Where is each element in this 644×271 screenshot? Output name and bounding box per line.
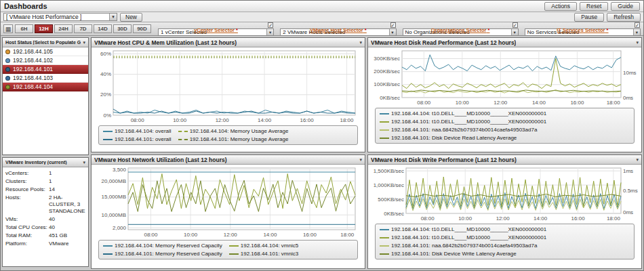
page-title: Dashboards — [4, 2, 47, 10]
refresh-button[interactable]: Refresh — [607, 13, 641, 22]
chevron-down-icon[interactable]: ▾ — [633, 29, 640, 35]
host-ip: 192.168.44.104 — [13, 83, 53, 90]
chart-title: VMware Host Network Utilization (Last 12… — [94, 157, 227, 163]
host-row[interactable]: 192.168.44.102 — [3, 56, 88, 65]
svg-text:200KB/sec: 200KB/sec — [374, 68, 400, 75]
dashboard-select-value: [ VMware Host Performance ] — [4, 14, 81, 20]
selector-label-link[interactable]: vCenter Selector * — [194, 27, 238, 33]
actions-button[interactable]: Actions — [544, 2, 577, 11]
reset-button[interactable]: Reset — [580, 2, 608, 11]
svg-text:40%: 40% — [100, 71, 111, 77]
svg-text:12:00: 12:00 — [496, 215, 510, 222]
required-asterisk: * — [235, 27, 238, 33]
chart-title: VMware Host Disk Read Performance (Last … — [371, 39, 516, 46]
inventory-value: 1 — [49, 170, 85, 177]
svg-text:16:00: 16:00 — [571, 215, 586, 222]
selector-label-link[interactable]: Organizations Selector * — [431, 27, 490, 33]
disk-read-chart: 08:0010:0012:0014:0016:0018:00300KB/sec2… — [369, 49, 640, 106]
cpu-mem-chart-panel: VMware Host CPU & Mem Utilization (Last … — [91, 37, 365, 152]
legend-label: 192.168.44.101: Disk Device Write Latenc… — [391, 250, 517, 257]
inventory-label: Platform: — [5, 241, 49, 247]
status-icon — [5, 67, 10, 72]
legend-item: 192.168.44.101: naa.6842b2b079374b0014ca… — [380, 242, 537, 249]
chevron-down-icon[interactable]: ▾ — [634, 40, 639, 45]
inventory-value: 1 — [49, 178, 85, 185]
time-range-6h[interactable]: 6H — [15, 24, 33, 33]
pause-button[interactable]: Pause — [574, 13, 604, 22]
legend-label: 192.168.44.101: t10.DELL____MD10000_____… — [391, 234, 546, 241]
svg-text:0%: 0% — [103, 112, 111, 119]
dashboard-select[interactable]: [ VMware Host Performance ] ▾ — [3, 13, 117, 21]
legend-item: 192.168.44.101: overall — [103, 136, 172, 143]
legend-swatch — [229, 245, 239, 247]
host-row[interactable]: 192.168.44.103 — [3, 74, 88, 83]
inventory-title-bar: VMware Inventory (current) ▾ — [3, 158, 88, 167]
disk-write-chart: 08:0010:0012:0014:0016:0018:001,500KB/se… — [369, 166, 640, 222]
legend-item: 192.168.44.101: Memory Reserved Capacity — [103, 250, 222, 257]
legend-swatch — [380, 253, 389, 255]
checkbox-icon[interactable]: ✓ — [512, 22, 518, 28]
legend-label: 192.168.44.104: Memory Usage Average — [190, 127, 289, 135]
time-range-24h[interactable]: 24H — [54, 24, 73, 33]
host-row[interactable]: 192.168.44.104 — [3, 83, 88, 91]
host-status-title-bar: Host Status [Select to Populate Graphs] … — [3, 38, 88, 47]
legend-swatch — [380, 121, 389, 123]
svg-text:18:00: 18:00 — [607, 215, 621, 222]
filter-toolbar: ▦ 6H12H24H7D14D30D90D vCenter Selector *… — [1, 22, 643, 36]
selector-label-link[interactable]: IT Services Selector * — [557, 27, 608, 33]
svg-text:18:00: 18:00 — [340, 232, 355, 238]
host-status-panel: Host Status [Select to Populate Graphs] … — [2, 37, 89, 155]
chevron-down-icon[interactable]: ▾ — [266, 29, 273, 35]
svg-text:18:00: 18:00 — [607, 100, 621, 106]
svg-text:12:00: 12:00 — [224, 232, 238, 238]
chevron-down-icon[interactable]: ▾ — [389, 29, 396, 35]
new-button[interactable]: New — [120, 13, 142, 22]
chevron-down-icon[interactable]: ▾ — [634, 157, 639, 163]
time-range-90d[interactable]: 90D — [133, 24, 151, 33]
main-area: Host Status [Select to Populate Graphs] … — [1, 36, 643, 270]
svg-text:3,500: 3,500 — [113, 167, 127, 173]
svg-text:08:00: 08:00 — [421, 215, 435, 222]
svg-text:1,500KB/sec: 1,500KB/sec — [374, 168, 404, 174]
chart-legend: 192.168.44.104: Memory Reserved Capacity… — [98, 240, 358, 259]
time-range-7d[interactable]: 7D — [74, 24, 92, 33]
checkbox-icon[interactable]: ✓ — [390, 22, 396, 28]
legend-swatch — [380, 245, 389, 247]
chevron-down-icon[interactable]: ▾ — [357, 40, 362, 45]
time-range-14d[interactable]: 14D — [94, 24, 112, 33]
inventory-value: 14 — [49, 186, 85, 193]
chevron-down-icon[interactable]: ▾ — [357, 157, 362, 163]
host-row[interactable]: 192.168.44.105 — [3, 47, 88, 56]
host-row[interactable]: 192.168.44.101 — [3, 65, 88, 74]
selector-group: IT Services Selector *✓No Services Selec… — [525, 22, 641, 36]
checkbox-icon[interactable]: ✓ — [635, 22, 640, 28]
required-asterisk: * — [486, 27, 489, 33]
inventory-label: Total CPU Cores: — [5, 224, 49, 231]
legend-item: 192.168.44.101: naa.6842b2b079374b0014ca… — [380, 126, 537, 133]
legend-item: 192.168.44.104: t10.DELL____MD10000_____… — [380, 110, 546, 117]
chevron-down-icon[interactable]: ▾ — [81, 40, 85, 45]
svg-text:10:00: 10:00 — [456, 100, 470, 106]
svg-text:18:00: 18:00 — [340, 117, 354, 123]
status-icon — [5, 58, 10, 63]
inventory-value: 2 HA-CLUSTER, 3 STANDALONE — [49, 194, 85, 215]
dashboard-select-bar: [ VMware Host Performance ] ▾ New Pause … — [1, 12, 643, 22]
selector-label-link[interactable]: VMware Host Selector * — [310, 27, 367, 33]
checkbox-icon[interactable]: ✓ — [268, 22, 273, 28]
time-range-12h[interactable]: 12H — [35, 24, 53, 33]
svg-text:10ms: 10ms — [623, 70, 637, 76]
chevron-down-icon[interactable]: ▾ — [81, 160, 85, 165]
chart-title: VMware Host CPU & Mem Utilization (Last … — [94, 39, 237, 46]
sidebar: Host Status [Select to Populate Graphs] … — [2, 37, 89, 269]
time-range-30d[interactable]: 30D — [113, 24, 132, 33]
inventory-label: Resource Pools: — [5, 186, 49, 193]
inventory-label: vCenters: — [5, 170, 49, 177]
chevron-down-icon[interactable]: ▾ — [511, 29, 518, 35]
selector-group: vCenter Selector *✓1 vCenter Selected▾ — [158, 22, 274, 36]
chevron-down-icon[interactable]: ▾ — [109, 14, 117, 20]
guide-button[interactable]: Guide — [611, 2, 640, 11]
calendar-icon[interactable]: ▦ — [3, 24, 13, 33]
legend-swatch — [103, 131, 113, 132]
selector-group: VMware Host Selector *✓2 VMware Hosts Se… — [280, 22, 396, 36]
svg-text:10:00: 10:00 — [173, 117, 187, 123]
